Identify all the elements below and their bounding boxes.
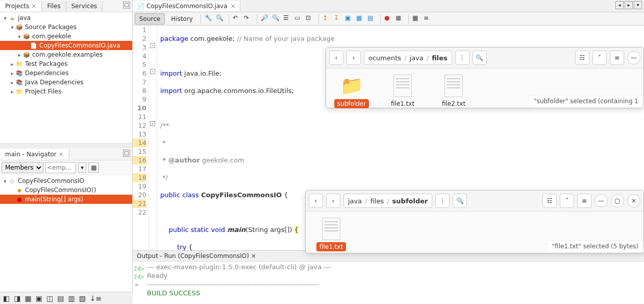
view-list-button[interactable]: ≡ bbox=[610, 51, 624, 65]
file-browser-subfolder: ‹ › java/ files/ subfolder ⋮ 🔍 ☷ ˅ ≡ — ▢… bbox=[305, 190, 644, 253]
navigator-tree: ▾◇CopyFilesCommonsIO ◆CopyFilesCommonsIO… bbox=[0, 175, 132, 205]
output-text[interactable]: --- exec-maven-plugin:1.5.0:exec (defaul… bbox=[146, 262, 332, 298]
file-subfolder[interactable]: 📁subfolder bbox=[331, 74, 372, 108]
view-icons-button[interactable]: ☷ bbox=[575, 51, 589, 65]
window-icon[interactable]: ▦ bbox=[88, 162, 99, 173]
projects-tabs: Projects× Files Services □ bbox=[0, 0, 132, 12]
nav-method-main[interactable]: ●main(String[] args) bbox=[0, 195, 132, 204]
tree-pkg-examples[interactable]: ▸📦com.geekole.examples bbox=[0, 50, 132, 59]
forward-button[interactable]: › bbox=[326, 194, 340, 208]
status-bar: "file1.txt" selected (5 bytes) bbox=[547, 240, 643, 252]
project-tree: ▾☕java ▾📦Source Packages ▾📦com.geekole 📄… bbox=[0, 12, 132, 97]
editor-tabs: 📄CopyFilesCommonsIO.java× ◂ ▸ ▾ bbox=[133, 0, 644, 12]
back-button[interactable]: ‹ bbox=[309, 194, 323, 208]
filter-icon[interactable]: ◫ bbox=[46, 294, 53, 302]
close-window-icon[interactable]: × bbox=[627, 194, 640, 207]
members-select[interactable]: Members bbox=[2, 162, 43, 173]
tab-services[interactable]: Services bbox=[66, 1, 103, 11]
run-icon[interactable]: ▷▷ bbox=[135, 265, 144, 272]
filter-icon[interactable]: ◧ bbox=[3, 294, 10, 302]
output-title: Output - Run (CopyFilesCommonsIO) bbox=[137, 252, 249, 260]
tree-pkg-geekole[interactable]: ▾📦com.geekole bbox=[0, 32, 132, 41]
record-icon[interactable]: ● bbox=[384, 14, 393, 24]
stop-icon[interactable]: ■ bbox=[395, 14, 405, 24]
output-panel: Output - Run (CopyFilesCommonsIO) × ▷▷ ▷… bbox=[133, 250, 644, 304]
close-icon[interactable]: × bbox=[231, 3, 236, 10]
view-list-button[interactable]: ≡ bbox=[577, 194, 591, 208]
back-button[interactable]: ‹ bbox=[329, 51, 343, 65]
minimize-icon[interactable]: □ bbox=[123, 2, 130, 9]
filter-icon[interactable]: ▤ bbox=[57, 294, 64, 302]
menu-button[interactable]: ⋮ bbox=[455, 51, 469, 65]
toolbar-icon[interactable]: 🔧 bbox=[205, 14, 214, 24]
toolbar-icon[interactable]: ▤ bbox=[367, 14, 377, 24]
maximize-window-icon[interactable]: ▢ bbox=[611, 194, 624, 207]
search-button[interactable]: 🔍 bbox=[473, 51, 487, 65]
filter-input[interactable] bbox=[45, 162, 76, 173]
toolbar-icon[interactable]: ▣ bbox=[345, 14, 354, 24]
filter-icon[interactable]: ↓≡ bbox=[90, 294, 102, 302]
navigator-controls: Members ▾ ▦ bbox=[0, 160, 132, 175]
close-icon[interactable]: × bbox=[251, 252, 256, 260]
view-icons-button[interactable]: ☷ bbox=[542, 194, 557, 208]
toolbar-icon[interactable]: 🔍 bbox=[272, 14, 281, 24]
tree-dependencies[interactable]: ▸📚Dependencies bbox=[0, 68, 132, 78]
breadcrumb[interactable]: java/ files/ subfolder bbox=[343, 194, 432, 208]
toolbar-icon[interactable]: ↶ bbox=[233, 14, 242, 24]
file-file1[interactable]: file1.txt bbox=[311, 217, 352, 251]
filter-icon[interactable]: ▣ bbox=[36, 294, 42, 302]
tree-root-java[interactable]: ▾☕java bbox=[0, 13, 132, 22]
close-icon[interactable]: × bbox=[31, 3, 36, 10]
file-file2[interactable]: file2.txt bbox=[433, 74, 474, 108]
navigator-header: main - Navigator× □ bbox=[0, 148, 132, 160]
nav-back-icon[interactable]: ◂ bbox=[615, 1, 624, 9]
view-dropdown-button[interactable]: ˅ bbox=[560, 194, 574, 208]
tree-test-packages[interactable]: ▸📁Test Packages bbox=[0, 59, 132, 68]
editor-tab-file[interactable]: 📄CopyFilesCommonsIO.java× bbox=[133, 1, 240, 11]
minimize-icon[interactable]: □ bbox=[123, 150, 130, 157]
view-history-button[interactable]: History bbox=[167, 14, 197, 24]
file-browser-files: ‹ › ocuments/ java/ files ⋮ 🔍 ☷ ˅ ≡ — 📁s… bbox=[326, 47, 644, 108]
search-button[interactable]: 🔍 bbox=[453, 194, 467, 208]
filter-icon[interactable]: ▦ bbox=[24, 294, 31, 302]
filter-icon[interactable]: ▧ bbox=[79, 294, 86, 302]
filter-icon[interactable]: ▥ bbox=[68, 294, 75, 302]
forward-button[interactable]: › bbox=[346, 51, 361, 65]
breadcrumb[interactable]: ocuments/ java/ files bbox=[364, 51, 452, 65]
settings-icon[interactable]: ▾ bbox=[78, 162, 86, 173]
toolbar-icon[interactable]: ↥ bbox=[323, 14, 332, 24]
toolbar-icon[interactable]: ↷ bbox=[244, 14, 253, 24]
toolbar-icon[interactable]: ↧ bbox=[334, 14, 343, 24]
toolbar-icon[interactable]: ▦ bbox=[412, 14, 422, 24]
status-bar: "subfolder" selected (containing 1 bbox=[528, 95, 643, 107]
tree-java-dependencies[interactable]: ▸📚Java Dependencies bbox=[0, 78, 132, 87]
toolbar-icon[interactable]: ☰ bbox=[283, 14, 292, 24]
toolbar-icon[interactable]: 🔎 bbox=[261, 14, 270, 24]
menu-button[interactable]: ⋮ bbox=[435, 194, 450, 208]
toolbar-icon[interactable]: ≡ bbox=[424, 14, 433, 24]
minimize-window-icon[interactable]: — bbox=[627, 51, 640, 64]
file-file1[interactable]: file1.txt bbox=[382, 74, 423, 108]
nav-constructor[interactable]: ◆CopyFilesCommonsIO() bbox=[0, 185, 132, 195]
toolbar-icon[interactable]: ⊡ bbox=[306, 14, 315, 24]
nav-menu-icon[interactable]: ▾ bbox=[634, 1, 642, 9]
toolbar-icon[interactable]: 🔍 bbox=[216, 14, 225, 24]
tree-source-packages[interactable]: ▾📦Source Packages bbox=[0, 22, 132, 32]
minimize-window-icon[interactable]: — bbox=[595, 194, 608, 207]
view-source-button[interactable]: Source bbox=[135, 13, 165, 25]
expand-icon[interactable]: » bbox=[135, 281, 144, 288]
view-dropdown-button[interactable]: ˅ bbox=[592, 51, 607, 65]
nav-class[interactable]: ▾◇CopyFilesCommonsIO bbox=[0, 176, 132, 185]
toolbar-icon[interactable]: ▭ bbox=[294, 14, 304, 24]
tree-file-copyfilescommonsio[interactable]: 📄CopyFilesCommonsIO.java bbox=[0, 41, 132, 50]
close-icon[interactable]: × bbox=[59, 151, 64, 158]
horizontal-scrollbar[interactable] bbox=[0, 143, 132, 148]
filter-icon[interactable]: ◨ bbox=[14, 294, 20, 302]
nav-fwd-icon[interactable]: ▸ bbox=[625, 1, 633, 9]
run-icon[interactable]: ▷▷ bbox=[135, 273, 144, 280]
tab-files[interactable]: Files bbox=[42, 1, 66, 11]
tab-projects[interactable]: Projects× bbox=[0, 1, 42, 11]
toolbar-icon[interactable]: ▦ bbox=[356, 14, 365, 24]
navigator-bottom-toolbar: ◧ ◨ ▦ ▣ ◫ ▤ ▥ ▧ ↓≡ bbox=[0, 292, 133, 304]
tree-project-files[interactable]: ▸📁Project Files bbox=[0, 87, 132, 96]
